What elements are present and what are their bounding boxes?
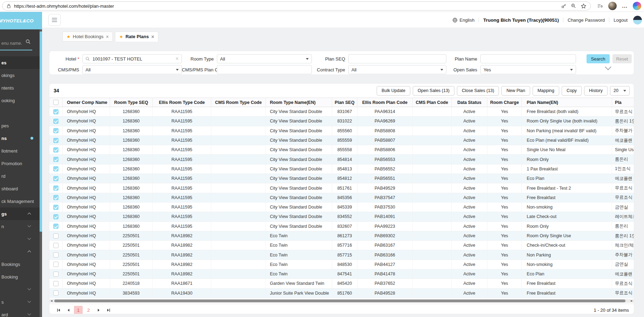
sidebar-item[interactable]: ntents [0,82,40,94]
table-row[interactable]: Ohmyhotel HQ 3834593 RAA19430 Junior Sui… [49,289,634,298]
sidebar-item[interactable] [0,233,40,245]
table-row[interactable]: Ohmyhotel HQ 2250501 RAA18982 Eco Twin 8… [49,241,634,250]
clear-icon[interactable]: × [176,56,179,61]
toolbar-button[interactable]: Close Sales (13) [457,86,499,96]
row-checkbox[interactable] [53,157,59,162]
col-plan-seq[interactable]: Plan SEQ [332,98,357,107]
row-checkbox[interactable] [53,214,59,219]
table-row[interactable]: Ohmyhotel HQ 1268360 RAA11595 City View … [49,136,634,145]
col-plan-name-kr[interactable]: Pla [612,98,634,107]
table-row[interactable]: Ohmyhotel HQ 1268360 RAA11595 City View … [49,155,634,164]
col-ellis-room-plan-code[interactable]: Ellis Room Plan Code [357,98,413,107]
row-checkbox[interactable] [53,233,59,239]
first-page-button[interactable] [54,306,63,315]
table-row[interactable]: Ohmyhotel HQ 1268360 RAA11595 City View … [49,126,634,136]
sidebar-item[interactable]: pes [0,119,40,132]
page-size-select[interactable]: 20 [610,86,630,96]
row-checkbox[interactable] [53,281,59,286]
toolbar-button[interactable]: Open Sales (13) [413,86,454,96]
plan-name-input[interactable] [480,54,576,63]
tab-close-icon[interactable]: × [151,35,154,39]
row-checkbox[interactable] [53,128,59,133]
toolbar-button[interactable]: Copy [562,86,582,96]
scroll-right-arrow-icon[interactable]: ▶ [630,299,634,303]
table-row[interactable]: Ohmyhotel HQ 1268360 RAA11595 City View … [49,107,634,117]
col-data-status[interactable]: Data Status [452,98,488,107]
table-row[interactable]: Ohmyhotel HQ 2250501 RAA18982 Eco Twin 8… [49,231,634,241]
row-checkbox[interactable] [53,252,59,258]
sidebar-item[interactable]: ck Management [0,195,40,207]
sidebar-item[interactable] [0,107,40,119]
plan-seq-input[interactable] [348,54,446,63]
col-ellis-room-type-code[interactable]: Ellis Room Type Code [153,98,212,107]
sidebar-scrollbar-thumb[interactable] [40,31,42,232]
search-icon[interactable] [26,39,31,44]
row-checkbox[interactable] [53,119,59,124]
row-checkbox[interactable] [53,272,59,277]
table-row[interactable]: Ohmyhotel HQ 1268360 RAA11595 City View … [49,183,634,193]
sidebar-item[interactable]: shboard [0,182,40,195]
sidebar-item[interactable]: okings [0,69,40,82]
sidebar-item[interactable]: n [0,220,40,233]
hamburger-menu-button[interactable] [48,14,61,26]
page-number-button[interactable]: 2 [84,306,93,314]
collections-icon[interactable] [597,3,603,8]
sidebar-item[interactable]: ard [0,308,40,317]
page-number-button[interactable]: 1 [74,306,83,314]
row-checkbox[interactable] [53,290,59,296]
favorite-star-icon[interactable] [581,3,586,9]
next-page-button[interactable] [94,306,103,315]
toolbar-button[interactable]: Bulk Update [377,86,410,96]
last-page-button[interactable] [104,306,112,315]
row-checkbox[interactable] [53,109,59,114]
tab[interactable]: ★ Rate Plans × [115,31,158,42]
tab-close-icon[interactable]: × [106,35,109,39]
sidebar-item[interactable]: ooking [0,94,40,107]
table-row[interactable]: Ohmyhotel HQ 2250501 RAA18982 Eco Twin 8… [49,269,634,279]
sidebar-item[interactable]: Booking [0,270,40,283]
url-bar[interactable]: https://test-adm.ohmyhotel.com/hotel/pla… [2,1,591,10]
sidebar-item[interactable]: s [0,296,40,308]
open-sales-select[interactable]: Yes [480,65,576,74]
table-row[interactable]: Ohmyhotel HQ 2250501 RAA18982 Eco Twin 8… [49,250,634,260]
row-checkbox[interactable] [53,195,59,200]
row-checkbox[interactable] [53,185,59,191]
horizontal-scrollbar[interactable]: ◀ ▶ [49,299,634,303]
col-room-type-name-en[interactable]: Room Type Name(EN) [266,98,332,107]
prev-page-button[interactable] [64,306,73,315]
table-row[interactable]: Ohmyhotel HQ 1268360 RAA11595 City View … [49,222,634,231]
search-button[interactable]: Search [587,54,610,63]
scroll-left-arrow-icon[interactable]: ◀ [49,299,54,303]
table-row[interactable]: Ohmyhotel HQ 1268360 RAA11595 City View … [49,193,634,203]
table-row[interactable]: Ohmyhotel HQ 1268360 RAA11595 City View … [49,203,634,212]
logout-link[interactable]: Logout [614,17,628,23]
row-checkbox[interactable] [53,147,59,153]
cms-pms-plan-code-input[interactable] [217,65,312,74]
contract-type-select[interactable]: All [348,65,446,74]
col-plan-name-en[interactable]: Plan Name(EN) [522,98,612,107]
select-all-checkbox[interactable] [53,100,59,105]
table-row[interactable]: Ohmyhotel HQ 1268360 RAA11595 City View … [49,164,634,174]
sidebar-item[interactable]: Promotion [0,157,40,170]
theme-toggle-button[interactable] [633,16,642,24]
zoom-out-icon[interactable] [571,3,576,8]
col-room-type-seq[interactable]: Room Type SEQ [110,98,153,107]
sidebar-item[interactable]: gs [0,207,40,220]
sidebar-item[interactable]: llotment [0,145,40,157]
sidebar-item[interactable]: Bookings [0,258,40,270]
sidebar-item[interactable] [0,283,40,296]
cms-pms-select[interactable]: All [82,65,182,74]
sidebar-item[interactable]: rd [0,170,40,182]
table-row[interactable]: Ohmyhotel HQ 1268360 RAA11595 City View … [49,117,634,126]
tab[interactable]: ★ Hotel Bookings × [62,31,113,42]
table-row[interactable]: Ohmyhotel HQ 1268360 RAA11595 City View … [49,145,634,155]
col-owner-comp-name[interactable]: Owner Comp Name [63,98,110,107]
copilot-icon[interactable] [633,2,641,10]
toolbar-button[interactable]: Mapping [533,86,559,96]
row-checkbox[interactable] [53,176,59,181]
sidebar-item[interactable]: es [0,56,40,69]
col-cms-room-type-code[interactable]: CMS Room Type Code [211,98,266,107]
room-type-select[interactable]: All [217,54,312,63]
table-row[interactable]: Ohmyhotel HQ 1268360 RAA11595 City View … [49,212,634,221]
sidebar-search-input[interactable]: enu name. [0,38,32,50]
